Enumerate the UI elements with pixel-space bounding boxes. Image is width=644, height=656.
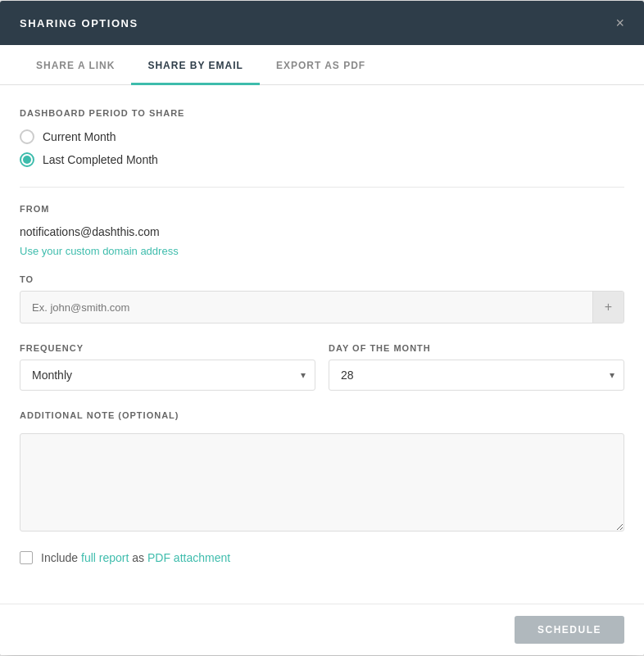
note-textarea[interactable]	[20, 433, 624, 532]
checkbox-label-full-report: full report	[81, 551, 129, 564]
day-group: DAY OF THE MONTH 1234 5678 9101112 13141…	[329, 343, 624, 391]
day-select[interactable]: 1234 5678 9101112 13141516 17181920 2122…	[329, 360, 624, 391]
checkbox-label-pdf: PDF attachment	[147, 551, 230, 564]
to-label: TO	[20, 274, 624, 284]
tabs-container: SHARE A LINK SHARE BY EMAIL EXPORT AS PD…	[0, 45, 644, 85]
custom-domain-link[interactable]: Use your custom domain address	[20, 245, 179, 257]
radio-last-completed-month[interactable]: Last Completed Month	[20, 152, 624, 167]
day-label: DAY OF THE MONTH	[329, 343, 624, 353]
period-section-label: DASHBOARD PERIOD TO SHARE	[20, 108, 624, 118]
to-section: TO +	[20, 274, 624, 323]
checkbox-row: Include full report as PDF attachment	[20, 551, 624, 564]
to-input-wrapper: +	[20, 291, 624, 323]
period-radio-group: Current Month Last Completed Month	[20, 129, 624, 167]
tab-export-pdf[interactable]: EXPORT AS PDF	[260, 45, 382, 85]
radio-label-current-month: Current Month	[43, 130, 116, 143]
frequency-row: FREQUENCY Monthly Weekly Daily ▾ DAY OF …	[20, 343, 624, 391]
radio-input-current-month[interactable]	[20, 129, 34, 144]
modal-header: SHARING OPTIONS ×	[0, 1, 644, 45]
tab-share-link[interactable]: SHARE A LINK	[20, 45, 131, 85]
from-label: FROM	[20, 204, 624, 214]
divider-1	[20, 187, 624, 188]
modal-title: SHARING OPTIONS	[20, 17, 138, 29]
pdf-attachment-label: Include full report as PDF attachment	[41, 551, 230, 564]
radio-input-last-completed-month[interactable]	[20, 152, 34, 167]
note-label: ADDITIONAL NOTE (OPTIONAL)	[20, 410, 624, 420]
day-select-wrapper: 1234 5678 9101112 13141516 17181920 2122…	[329, 360, 624, 391]
radio-label-last-completed-month: Last Completed Month	[43, 153, 158, 166]
from-section: FROM notifications@dashthis.com Use your…	[20, 204, 624, 258]
close-button[interactable]: ×	[615, 16, 624, 30]
tab-share-email[interactable]: SHARE BY EMAIL	[131, 45, 259, 85]
radio-current-month[interactable]: Current Month	[20, 129, 624, 144]
frequency-label: FREQUENCY	[20, 343, 315, 353]
modal-body: DASHBOARD PERIOD TO SHARE Current Month …	[0, 85, 644, 604]
frequency-select-wrapper: Monthly Weekly Daily ▾	[20, 360, 315, 391]
frequency-group: FREQUENCY Monthly Weekly Daily ▾	[20, 343, 315, 391]
schedule-button[interactable]: SCHEDULE	[515, 616, 624, 644]
sharing-options-modal: SHARING OPTIONS × SHARE A LINK SHARE BY …	[0, 1, 644, 655]
modal-footer: SCHEDULE	[0, 604, 644, 655]
frequency-select[interactable]: Monthly Weekly Daily	[20, 360, 315, 391]
to-email-input[interactable]	[20, 293, 592, 322]
add-email-button[interactable]: +	[592, 292, 624, 323]
pdf-attachment-checkbox[interactable]	[20, 551, 33, 564]
from-email: notifications@dashthis.com	[20, 225, 624, 238]
note-section: ADDITIONAL NOTE (OPTIONAL)	[20, 410, 624, 535]
